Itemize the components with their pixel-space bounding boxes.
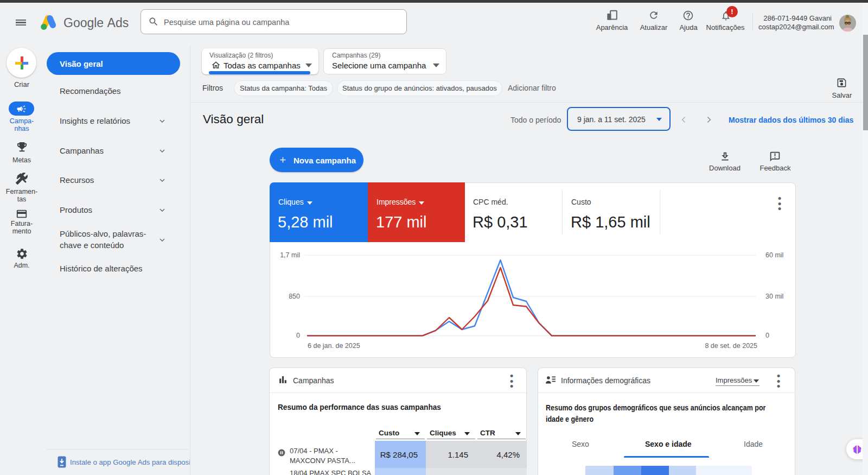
svg-text:8 de set. de 2025: 8 de set. de 2025 (705, 342, 757, 350)
svg-text:30 mil: 30 mil (765, 293, 783, 300)
svg-text:1,7 mil: 1,7 mil (280, 251, 300, 259)
svg-text:6 de jan. de 2025: 6 de jan. de 2025 (308, 342, 360, 350)
svg-text:60 mil: 60 mil (765, 251, 783, 259)
svg-text:0: 0 (296, 332, 300, 339)
svg-text:850: 850 (289, 293, 300, 300)
svg-text:0: 0 (765, 332, 769, 339)
